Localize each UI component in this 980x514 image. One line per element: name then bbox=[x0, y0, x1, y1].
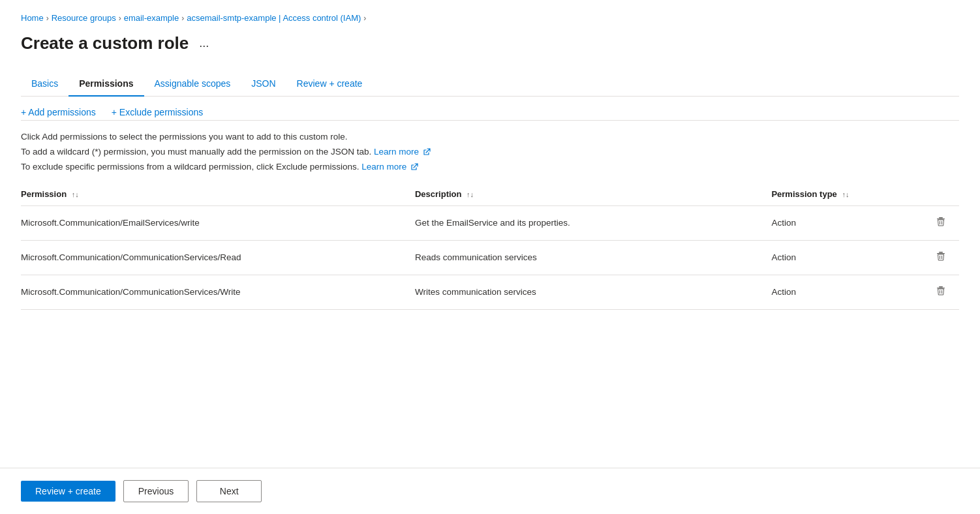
table-row: Microsoft.Communication/CommunicationSer… bbox=[21, 275, 959, 309]
info-block: Click Add permissions to select the perm… bbox=[21, 120, 959, 183]
add-permissions-label: + Add permissions bbox=[21, 107, 96, 117]
tab-permissions[interactable]: Permissions bbox=[69, 72, 144, 97]
svg-rect-8 bbox=[939, 286, 943, 288]
learn-more-link-2[interactable]: Learn more bbox=[361, 162, 418, 172]
svg-rect-0 bbox=[939, 217, 943, 219]
svg-rect-4 bbox=[939, 252, 943, 253]
col-header-description: Description ↑↓ bbox=[415, 183, 771, 206]
breadcrumb-resource-groups[interactable]: Resource groups bbox=[52, 13, 116, 23]
breadcrumb-home[interactable]: Home bbox=[21, 13, 44, 23]
info-line-2: To add a wildcard (*) permission, you mu… bbox=[21, 145, 959, 160]
breadcrumb-iam[interactable]: acsemail-smtp-example | Access control (… bbox=[187, 13, 361, 23]
previous-button[interactable]: Previous bbox=[123, 480, 189, 502]
svg-rect-1 bbox=[937, 219, 945, 219]
page-title-row: Create a custom role ... bbox=[21, 33, 959, 53]
cell-action-1 bbox=[921, 240, 959, 275]
breadcrumb-email-example[interactable]: email-example bbox=[124, 13, 179, 23]
cell-permission-0: Microsoft.Communication/EmailServices/wr… bbox=[21, 205, 415, 240]
cell-description-2: Writes communication services bbox=[415, 275, 771, 309]
cell-description-0: Get the EmailService and its properties. bbox=[415, 205, 771, 240]
ellipsis-button[interactable]: ... bbox=[195, 35, 213, 52]
external-link-icon-1 bbox=[423, 148, 431, 156]
external-link-icon-2 bbox=[410, 163, 418, 171]
tab-json[interactable]: JSON bbox=[241, 72, 286, 97]
tab-basics[interactable]: Basics bbox=[21, 72, 69, 97]
tab-assignable-scopes[interactable]: Assignable scopes bbox=[144, 72, 241, 97]
breadcrumb-sep-0: › bbox=[46, 14, 49, 23]
tabs-container: Basics Permissions Assignable scopes JSO… bbox=[21, 72, 959, 97]
cell-permission-2: Microsoft.Communication/CommunicationSer… bbox=[21, 275, 415, 309]
cell-action-2 bbox=[921, 275, 959, 309]
breadcrumb-sep-2: › bbox=[181, 14, 184, 23]
next-button[interactable]: Next bbox=[196, 480, 262, 502]
info-line-3: To exclude specific permissions from a w… bbox=[21, 160, 959, 175]
permissions-table: Permission ↑↓ Description ↑↓ Permission … bbox=[21, 183, 959, 310]
add-permissions-button[interactable]: + Add permissions bbox=[21, 104, 96, 120]
delete-icon-2 bbox=[936, 286, 946, 296]
exclude-permissions-label: + Exclude permissions bbox=[112, 107, 203, 117]
svg-rect-5 bbox=[937, 253, 945, 254]
table-row: Microsoft.Communication/EmailServices/wr… bbox=[21, 205, 959, 240]
cell-permission-1: Microsoft.Communication/CommunicationSer… bbox=[21, 240, 415, 275]
tab-review-create[interactable]: Review + create bbox=[286, 72, 373, 97]
toolbar: + Add permissions + Exclude permissions bbox=[21, 97, 959, 120]
col-header-permission-type: Permission type ↑↓ bbox=[771, 183, 921, 206]
col-header-action bbox=[921, 183, 959, 206]
breadcrumb-sep-1: › bbox=[119, 14, 121, 23]
review-create-button[interactable]: Review + create bbox=[21, 481, 115, 502]
table-row: Microsoft.Communication/CommunicationSer… bbox=[21, 240, 959, 275]
sort-icon-permission[interactable]: ↑↓ bbox=[72, 190, 79, 198]
cell-type-0: Action bbox=[771, 205, 921, 240]
breadcrumb-sep-3: › bbox=[363, 14, 366, 23]
breadcrumb: Home › Resource groups › email-example ›… bbox=[21, 13, 959, 23]
cell-action-0 bbox=[921, 205, 959, 240]
page-footer: Review + create Previous Next bbox=[0, 468, 980, 514]
delete-row-button-2[interactable] bbox=[930, 283, 951, 301]
sort-icon-description[interactable]: ↑↓ bbox=[467, 190, 474, 198]
col-header-permission: Permission ↑↓ bbox=[21, 183, 415, 206]
sort-icon-type[interactable]: ↑↓ bbox=[842, 190, 849, 198]
info-line-1: Click Add permissions to select the perm… bbox=[21, 130, 959, 145]
learn-more-link-1[interactable]: Learn more bbox=[374, 147, 431, 157]
cell-description-1: Reads communication services bbox=[415, 240, 771, 275]
delete-icon-0 bbox=[936, 217, 946, 227]
delete-row-button-0[interactable] bbox=[930, 214, 951, 232]
cell-type-2: Action bbox=[771, 275, 921, 309]
exclude-permissions-button[interactable]: + Exclude permissions bbox=[112, 104, 203, 120]
svg-rect-9 bbox=[937, 288, 945, 288]
cell-type-1: Action bbox=[771, 240, 921, 275]
delete-row-button-1[interactable] bbox=[930, 249, 951, 267]
delete-icon-1 bbox=[936, 251, 946, 262]
page-title: Create a custom role bbox=[21, 33, 189, 53]
